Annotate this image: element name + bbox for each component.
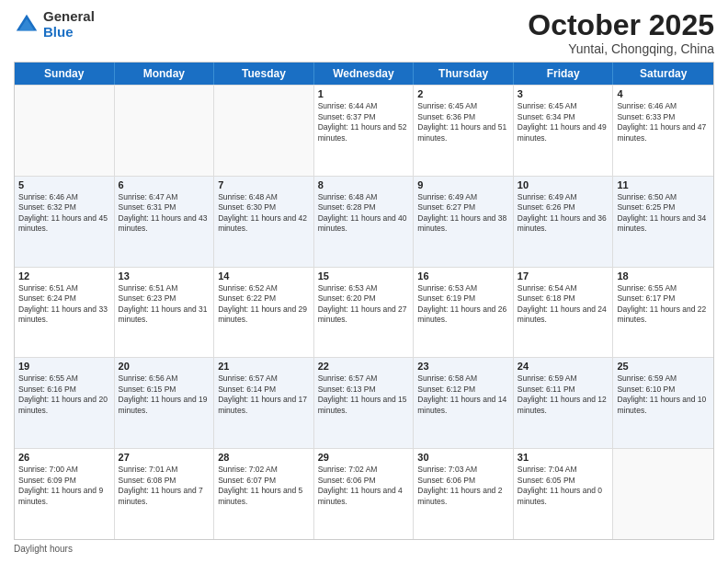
day-number: 18 xyxy=(617,270,710,282)
calendar-cell xyxy=(214,86,314,176)
day-number: 20 xyxy=(119,361,210,372)
day-number: 30 xyxy=(417,452,509,463)
day-number: 5 xyxy=(18,179,110,190)
day-info: Sunrise: 6:56 AM Sunset: 6:15 PM Dayligh… xyxy=(119,373,210,416)
day-number: 3 xyxy=(518,88,609,99)
header-day-tuesday: Tuesday xyxy=(214,63,314,85)
calendar-cell xyxy=(115,86,215,176)
day-number: 2 xyxy=(417,88,509,99)
day-number: 11 xyxy=(617,179,710,190)
calendar-cell: 9Sunrise: 6:49 AM Sunset: 6:27 PM Daylig… xyxy=(414,177,514,267)
calendar-cell: 6Sunrise: 6:47 AM Sunset: 6:31 PM Daylig… xyxy=(115,177,215,267)
calendar-cell: 15Sunrise: 6:53 AM Sunset: 6:20 PM Dayli… xyxy=(314,268,415,358)
calendar-cell: 1Sunrise: 6:44 AM Sunset: 6:37 PM Daylig… xyxy=(314,86,415,176)
calendar-cell: 16Sunrise: 6:53 AM Sunset: 6:19 PM Dayli… xyxy=(414,268,514,358)
day-info: Sunrise: 6:55 AM Sunset: 6:17 PM Dayligh… xyxy=(617,283,710,326)
day-info: Sunrise: 6:50 AM Sunset: 6:25 PM Dayligh… xyxy=(617,192,710,235)
calendar-cell: 19Sunrise: 6:55 AM Sunset: 6:16 PM Dayli… xyxy=(15,358,115,448)
header-day-saturday: Saturday xyxy=(613,63,713,85)
day-info: Sunrise: 6:51 AM Sunset: 6:24 PM Dayligh… xyxy=(18,283,110,326)
calendar-row-4: 19Sunrise: 6:55 AM Sunset: 6:16 PM Dayli… xyxy=(15,357,713,448)
day-number: 14 xyxy=(218,270,310,282)
day-info: Sunrise: 6:48 AM Sunset: 6:30 PM Dayligh… xyxy=(218,192,310,235)
day-number: 19 xyxy=(18,361,110,372)
page: General Blue October 2025 Yuntai, Chongq… xyxy=(0,0,728,563)
calendar-cell: 29Sunrise: 7:02 AM Sunset: 6:06 PM Dayli… xyxy=(314,449,415,539)
calendar-row-2: 5Sunrise: 6:46 AM Sunset: 6:32 PM Daylig… xyxy=(15,176,713,267)
calendar-row-5: 26Sunrise: 7:00 AM Sunset: 6:09 PM Dayli… xyxy=(15,448,713,539)
day-info: Sunrise: 6:51 AM Sunset: 6:23 PM Dayligh… xyxy=(119,283,210,326)
day-info: Sunrise: 6:53 AM Sunset: 6:20 PM Dayligh… xyxy=(318,283,410,326)
logo: General Blue xyxy=(14,9,95,40)
day-info: Sunrise: 6:55 AM Sunset: 6:16 PM Dayligh… xyxy=(18,373,110,416)
day-number: 1 xyxy=(318,88,410,99)
calendar-cell: 10Sunrise: 6:49 AM Sunset: 6:26 PM Dayli… xyxy=(514,177,614,267)
calendar-cell: 4Sunrise: 6:46 AM Sunset: 6:33 PM Daylig… xyxy=(613,86,713,176)
calendar-body: 1Sunrise: 6:44 AM Sunset: 6:37 PM Daylig… xyxy=(15,85,713,539)
calendar-cell: 23Sunrise: 6:58 AM Sunset: 6:12 PM Dayli… xyxy=(414,358,514,448)
day-info: Sunrise: 6:45 AM Sunset: 6:36 PM Dayligh… xyxy=(417,101,509,144)
day-number: 21 xyxy=(218,361,310,372)
header: General Blue October 2025 Yuntai, Chongq… xyxy=(14,9,714,56)
day-number: 27 xyxy=(119,452,210,463)
calendar-cell: 7Sunrise: 6:48 AM Sunset: 6:30 PM Daylig… xyxy=(214,177,314,267)
day-info: Sunrise: 6:46 AM Sunset: 6:33 PM Dayligh… xyxy=(617,101,710,144)
logo-blue-text: Blue xyxy=(43,25,95,40)
calendar-cell: 24Sunrise: 6:59 AM Sunset: 6:11 PM Dayli… xyxy=(514,358,614,448)
month-title: October 2025 xyxy=(528,9,714,41)
day-info: Sunrise: 6:54 AM Sunset: 6:18 PM Dayligh… xyxy=(518,283,609,326)
calendar-cell: 18Sunrise: 6:55 AM Sunset: 6:17 PM Dayli… xyxy=(613,268,713,358)
footer-label: Daylight hours xyxy=(14,544,73,554)
calendar-cell: 12Sunrise: 6:51 AM Sunset: 6:24 PM Dayli… xyxy=(15,268,115,358)
day-info: Sunrise: 6:57 AM Sunset: 6:14 PM Dayligh… xyxy=(218,373,310,416)
day-number: 6 xyxy=(119,179,210,190)
header-day-monday: Monday xyxy=(115,63,215,85)
header-day-sunday: Sunday xyxy=(15,63,115,85)
calendar-cell xyxy=(613,449,713,539)
day-info: Sunrise: 6:46 AM Sunset: 6:32 PM Dayligh… xyxy=(18,192,110,235)
calendar-cell: 2Sunrise: 6:45 AM Sunset: 6:36 PM Daylig… xyxy=(414,86,514,176)
day-info: Sunrise: 7:04 AM Sunset: 6:05 PM Dayligh… xyxy=(518,465,609,507)
header-day-thursday: Thursday xyxy=(414,63,514,85)
calendar-cell: 31Sunrise: 7:04 AM Sunset: 6:05 PM Dayli… xyxy=(514,449,614,539)
footer: Daylight hours xyxy=(14,544,714,554)
calendar-cell: 17Sunrise: 6:54 AM Sunset: 6:18 PM Dayli… xyxy=(514,268,614,358)
calendar-cell: 8Sunrise: 6:48 AM Sunset: 6:28 PM Daylig… xyxy=(314,177,415,267)
calendar-cell: 26Sunrise: 7:00 AM Sunset: 6:09 PM Dayli… xyxy=(15,449,115,539)
day-number: 16 xyxy=(417,270,509,282)
day-info: Sunrise: 6:58 AM Sunset: 6:12 PM Dayligh… xyxy=(417,373,509,416)
calendar-cell: 22Sunrise: 6:57 AM Sunset: 6:13 PM Dayli… xyxy=(314,358,415,448)
day-info: Sunrise: 7:01 AM Sunset: 6:08 PM Dayligh… xyxy=(119,465,210,507)
calendar-cell: 20Sunrise: 6:56 AM Sunset: 6:15 PM Dayli… xyxy=(115,358,215,448)
logo-text: General Blue xyxy=(43,9,95,40)
day-number: 29 xyxy=(318,452,410,463)
day-info: Sunrise: 7:03 AM Sunset: 6:06 PM Dayligh… xyxy=(417,465,509,507)
calendar-header: SundayMondayTuesdayWednesdayThursdayFrid… xyxy=(15,63,713,85)
day-info: Sunrise: 7:00 AM Sunset: 6:09 PM Dayligh… xyxy=(18,465,110,507)
title-area: October 2025 Yuntai, Chongqing, China xyxy=(528,9,714,56)
day-number: 13 xyxy=(119,270,210,282)
calendar-cell xyxy=(15,86,115,176)
calendar-cell: 21Sunrise: 6:57 AM Sunset: 6:14 PM Dayli… xyxy=(214,358,314,448)
day-number: 26 xyxy=(18,452,110,463)
calendar-cell: 3Sunrise: 6:45 AM Sunset: 6:34 PM Daylig… xyxy=(514,86,614,176)
day-number: 7 xyxy=(218,179,310,190)
day-number: 24 xyxy=(518,361,609,372)
day-number: 22 xyxy=(318,361,410,372)
calendar: SundayMondayTuesdayWednesdayThursdayFrid… xyxy=(14,62,714,540)
day-number: 28 xyxy=(218,452,310,463)
day-info: Sunrise: 6:59 AM Sunset: 6:11 PM Dayligh… xyxy=(518,373,609,416)
day-number: 8 xyxy=(318,179,410,190)
day-info: Sunrise: 6:53 AM Sunset: 6:19 PM Dayligh… xyxy=(417,283,509,326)
day-number: 15 xyxy=(318,270,410,282)
day-info: Sunrise: 6:48 AM Sunset: 6:28 PM Dayligh… xyxy=(318,192,410,235)
day-info: Sunrise: 7:02 AM Sunset: 6:06 PM Dayligh… xyxy=(318,465,410,507)
calendar-cell: 14Sunrise: 6:52 AM Sunset: 6:22 PM Dayli… xyxy=(214,268,314,358)
day-info: Sunrise: 6:59 AM Sunset: 6:10 PM Dayligh… xyxy=(617,373,710,416)
subtitle: Yuntai, Chongqing, China xyxy=(528,41,714,56)
calendar-row-1: 1Sunrise: 6:44 AM Sunset: 6:37 PM Daylig… xyxy=(15,85,713,176)
day-info: Sunrise: 6:57 AM Sunset: 6:13 PM Dayligh… xyxy=(318,373,410,416)
day-number: 4 xyxy=(617,88,710,99)
header-day-wednesday: Wednesday xyxy=(314,63,415,85)
logo-icon xyxy=(14,12,40,38)
